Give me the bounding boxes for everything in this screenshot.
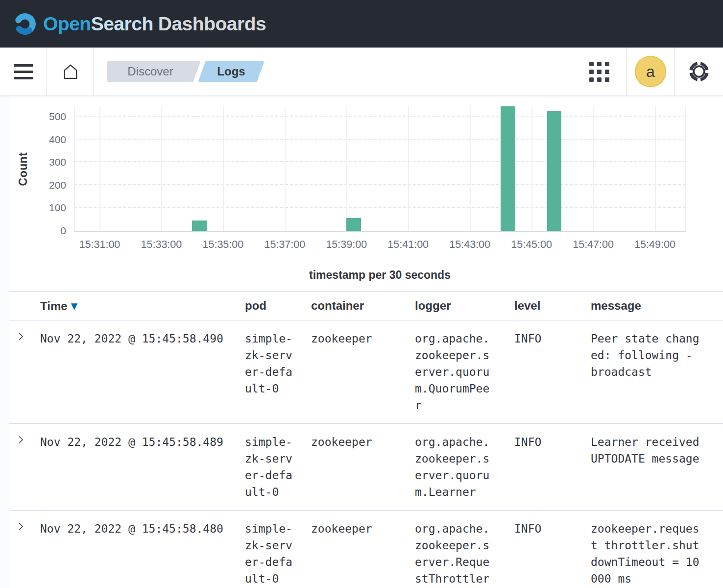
cell-container: zookeeper: [311, 520, 415, 537]
x-axis-title: timestamp per 30 seconds: [74, 269, 686, 282]
cell-time: Nov 22, 2022 @ 15:45:58.490: [40, 330, 245, 347]
y-tick-label: 400: [49, 134, 66, 146]
column-header-message[interactable]: message: [591, 299, 723, 313]
x-tick-label: 15:35:00: [203, 239, 244, 251]
x-tick-label: 15:31:00: [79, 239, 120, 251]
breadcrumb: Discover Logs: [107, 48, 265, 96]
y-tick-label: 300: [49, 156, 66, 168]
x-tick-label: 15:37:00: [264, 239, 305, 251]
histogram-bar[interactable]: [547, 111, 561, 231]
plot-right-edge: [685, 106, 686, 231]
x-tick-label: 15:41:00: [387, 239, 429, 251]
cell-pod: simple-zk-server-default-0: [245, 330, 294, 397]
cell-level: INFO: [514, 434, 591, 450]
x-gridline: [223, 106, 224, 231]
nav-divider: [94, 48, 94, 96]
x-gridline: [593, 106, 594, 231]
x-gridline: [531, 106, 532, 231]
grid-icon: [589, 62, 609, 82]
column-header-time[interactable]: Time▾: [40, 299, 245, 313]
avatar: a: [635, 56, 666, 87]
expand-row-button[interactable]: [16, 332, 25, 341]
user-menu-button[interactable]: a: [627, 48, 675, 96]
cell-time: Nov 22, 2022 @ 15:45:58.480: [40, 520, 245, 537]
app-title: OpenSearchDashboards: [43, 13, 266, 35]
cell-level: INFO: [514, 330, 591, 347]
cell-message: Learner received UPTODATE message: [591, 434, 701, 467]
plot-left-edge: [74, 106, 75, 231]
opensearch-logo-icon: [13, 12, 37, 36]
app-banner: OpenSearchDashboards: [0, 0, 723, 48]
x-gridline: [408, 106, 409, 231]
column-header-time-label: Time: [40, 299, 68, 313]
top-navbar: Discover Logs a: [0, 48, 723, 96]
cell-logger: org.apache.zookeeper.server.RequestThrot…: [415, 520, 491, 587]
table-row: Nov 22, 2022 @ 15:45:58.489 simple-zk-se…: [9, 424, 723, 511]
apps-menu-button[interactable]: [572, 48, 626, 96]
x-tick-label: 15:47:00: [573, 239, 614, 251]
column-header-container[interactable]: container: [311, 299, 415, 313]
x-gridline: [346, 106, 347, 231]
x-gridline: [161, 106, 162, 231]
y-tick-label: 500: [49, 111, 66, 122]
y-tick-label: 200: [49, 179, 66, 191]
cell-message: zookeeper.request_throttler.shutdownTime…: [591, 520, 701, 587]
log-table-body: Nov 22, 2022 @ 15:45:58.490 simple-zk-se…: [9, 320, 723, 588]
expand-row-button[interactable]: [16, 435, 25, 444]
expander-cell: [9, 330, 40, 343]
sort-desc-icon: ▾: [72, 299, 77, 312]
column-header-pod[interactable]: pod: [245, 299, 311, 313]
cell-container: zookeeper: [311, 434, 415, 450]
home-button[interactable]: [47, 48, 94, 96]
y-tick-label: 100: [49, 202, 66, 214]
home-icon: [60, 61, 81, 82]
histogram-plot[interactable]: 010020030040050015:31:0015:33:0015:35:00…: [74, 106, 686, 232]
discover-panel: Count 010020030040050015:31:0015:33:0015…: [9, 96, 723, 588]
cell-container: zookeeper: [311, 330, 415, 347]
cell-logger: org.apache.zookeeper.server.quorum.Quoru…: [415, 330, 491, 414]
breadcrumb-logs[interactable]: Logs: [198, 61, 265, 82]
histogram-panel: Count 010020030040050015:31:0015:33:0015…: [9, 96, 723, 287]
y-tick-label: 0: [60, 225, 66, 237]
help-button[interactable]: [675, 48, 723, 96]
log-table: Time▾ pod container logger level message…: [9, 291, 723, 588]
column-header-level[interactable]: level: [514, 299, 591, 313]
hamburger-icon: [14, 64, 33, 79]
breadcrumb-discover[interactable]: Discover: [107, 61, 201, 82]
x-tick-label: 15:49:00: [634, 239, 675, 251]
cell-pod: simple-zk-server-default-0: [245, 520, 294, 587]
cell-message: Peer state changed: following - broadcas…: [591, 330, 701, 380]
expand-row-button[interactable]: [16, 522, 25, 531]
x-gridline: [470, 106, 471, 231]
menu-button[interactable]: [0, 48, 47, 96]
cell-pod: simple-zk-server-default-0: [245, 434, 294, 500]
histogram-bar[interactable]: [346, 218, 361, 231]
x-tick-label: 15:39:00: [326, 239, 367, 251]
navbar-spacer: [265, 48, 572, 96]
x-gridline: [99, 106, 100, 231]
opensearch-logo: OpenSearchDashboards: [13, 12, 266, 36]
x-gridline: [655, 106, 656, 231]
x-tick-label: 15:43:00: [449, 239, 490, 251]
table-row: Nov 22, 2022 @ 15:45:58.490 simple-zk-se…: [9, 320, 723, 424]
cell-time: Nov 22, 2022 @ 15:45:58.489: [40, 434, 245, 450]
histogram-bar[interactable]: [501, 106, 515, 231]
column-header-logger[interactable]: logger: [415, 299, 514, 313]
expander-cell: [9, 520, 40, 533]
table-header-row: Time▾ pod container logger level message: [9, 291, 723, 320]
histogram-bar[interactable]: [192, 220, 206, 231]
y-axis-title: Count: [17, 152, 30, 186]
x-tick-label: 15:45:00: [511, 239, 552, 251]
x-gridline: [285, 106, 286, 231]
table-row: Nov 22, 2022 @ 15:45:58.480 simple-zk-se…: [9, 511, 723, 588]
cell-logger: org.apache.zookeeper.server.quorum.Learn…: [415, 434, 491, 500]
expander-cell: [9, 434, 40, 446]
x-tick-label: 15:33:00: [141, 239, 182, 251]
life-ring-icon: [688, 60, 710, 83]
cell-level: INFO: [514, 520, 591, 537]
